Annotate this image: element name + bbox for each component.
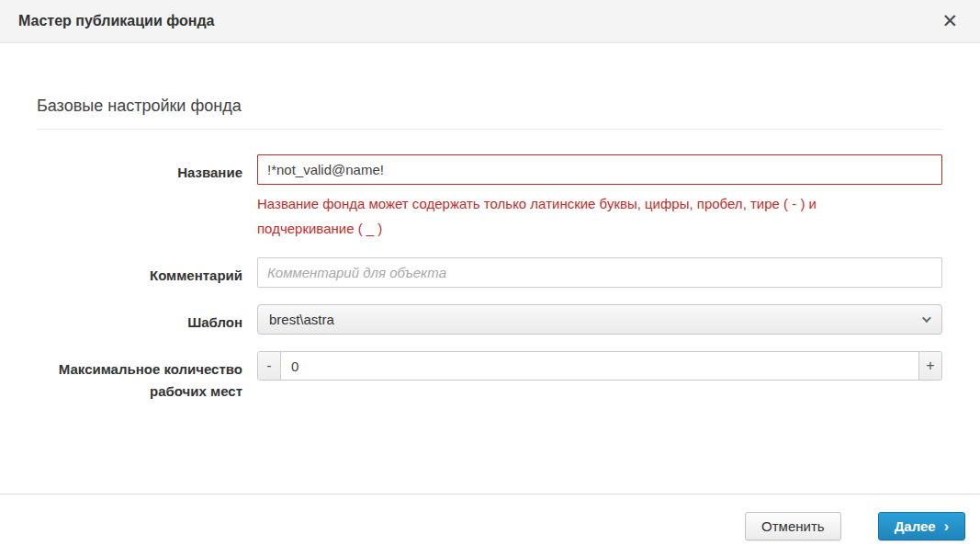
name-field-row: Название Название фонда может содержать … bbox=[37, 154, 942, 241]
fund-publication-wizard-dialog: Мастер публикации фонда ✕ Базовые настро… bbox=[0, 0, 980, 557]
max-workplaces-label: Максимальное количество рабочих мест bbox=[37, 351, 257, 403]
name-field: Название фонда может содержать только ла… bbox=[257, 154, 942, 241]
cancel-button[interactable]: Отменить bbox=[745, 512, 841, 540]
close-icon[interactable]: ✕ bbox=[936, 8, 963, 35]
dialog-footer: Отменить Далее › bbox=[0, 494, 980, 557]
template-field-row: Шаблон brest\astra bbox=[37, 304, 942, 335]
max-workplaces-input[interactable] bbox=[281, 352, 918, 380]
name-label: Название bbox=[37, 154, 257, 184]
comment-input[interactable] bbox=[257, 257, 942, 288]
dialog-header: Мастер публикации фонда ✕ bbox=[0, 0, 980, 43]
template-select[interactable]: brest\astra bbox=[257, 304, 942, 335]
max-workplaces-field-row: Максимальное количество рабочих мест - + bbox=[37, 351, 942, 403]
max-workplaces-field: - + bbox=[257, 351, 942, 381]
max-workplaces-stepper: - + bbox=[257, 351, 942, 381]
decrement-button[interactable]: - bbox=[258, 352, 281, 380]
section-title: Базовые настройки фонда bbox=[37, 97, 942, 130]
template-selected-value: brest\astra bbox=[269, 312, 334, 327]
template-field: brest\astra bbox=[257, 304, 942, 335]
next-button-label: Далее bbox=[895, 518, 936, 534]
comment-field-row: Комментарий bbox=[37, 257, 942, 288]
comment-label: Комментарий bbox=[37, 257, 257, 287]
dialog-body: Базовые настройки фонда Название Названи… bbox=[0, 43, 980, 494]
template-label: Шаблон bbox=[37, 304, 257, 334]
next-button[interactable]: Далее › bbox=[878, 512, 965, 540]
chevron-right-icon: › bbox=[944, 519, 949, 534]
increment-button[interactable]: + bbox=[918, 352, 941, 380]
dialog-title: Мастер публикации фонда bbox=[18, 13, 214, 29]
chevron-down-icon bbox=[922, 313, 931, 323]
comment-field bbox=[257, 257, 942, 288]
name-input[interactable] bbox=[257, 154, 942, 185]
name-validation-error: Название фонда может содержать только ла… bbox=[257, 191, 900, 241]
